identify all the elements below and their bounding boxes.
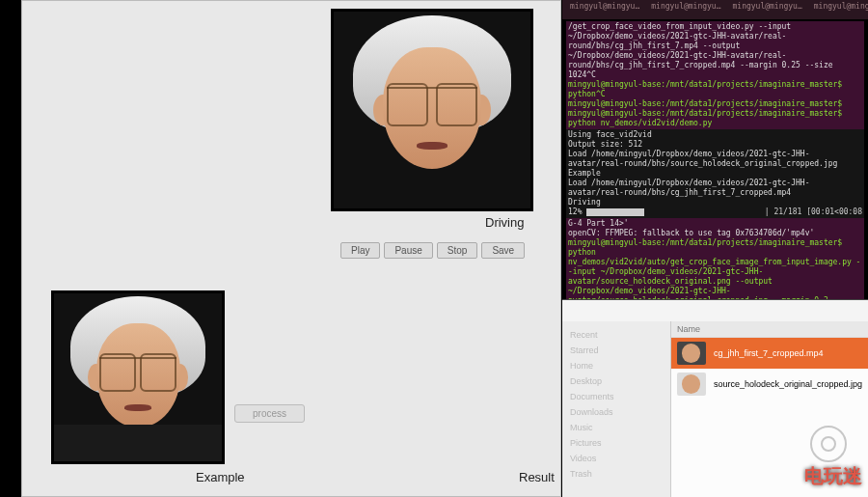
terminal-tab[interactable]: mingyul@mingyu… [570,2,639,17]
example-face-photo [54,293,222,461]
watermark-logo-icon [810,426,847,462]
sidebar-item[interactable]: Downloads [570,404,663,420]
driving-face-render [334,12,530,208]
process-button[interactable]: process [234,404,305,423]
terminal-tab[interactable]: mingyul@mingyu… [814,2,868,17]
sidebar-item[interactable]: Trash [570,466,663,482]
column-header-name[interactable]: Name [671,321,868,338]
result-label: Result [519,470,555,484]
file-row[interactable]: cg_jhh_first_7_cropped.mp4 [671,338,868,369]
vid2vid-app-window: Driving Play Pause Stop Save Example pro… [21,0,561,497]
sidebar-item[interactable]: Documents [570,389,663,404]
terminal-tab[interactable]: mingyul@mingyu… [651,2,720,17]
image-thumbnail-icon [677,373,706,396]
sidebar-item[interactable]: Pictures [570,435,663,451]
driving-label: Driving [485,215,524,230]
progress-percent: 12% [568,207,582,216]
terminal-window[interactable]: mingyul@mingyu… mingyul@mingyu… mingyul@… [562,0,868,299]
stop-button[interactable]: Stop [437,242,478,259]
progress-bar [586,208,644,216]
play-button[interactable]: Play [340,242,380,259]
driving-frame [331,9,533,211]
watermark-text: 电玩迷 [804,463,862,489]
example-label: Example [196,470,245,484]
sidebar-item[interactable]: Desktop [570,373,663,389]
file-manager-sidebar: Recent Starred Home Desktop Documents Do… [562,321,671,497]
file-row[interactable]: source_holodeck_original_cropped.jpg [671,369,868,400]
playback-toolbar: Play Pause Stop Save [340,242,525,259]
file-name: source_holodeck_original_cropped.jpg [714,379,862,389]
file-name: cg_jhh_first_7_cropped.mp4 [714,348,824,358]
sidebar-item[interactable]: Music [570,420,663,435]
sidebar-item[interactable]: Videos [570,451,663,466]
terminal-output: /get_crop_face_video_from_input_video.py… [566,21,864,129]
pause-button[interactable]: Pause [384,242,432,259]
terminal-tabs: mingyul@mingyu… mingyul@mingyu… mingyul@… [562,0,868,19]
sidebar-item[interactable]: Starred [570,343,663,358]
save-button[interactable]: Save [481,242,525,259]
video-thumbnail-icon [677,342,706,365]
progress-status: | 21/181 [00:01<00:08 [765,207,862,217]
sidebar-item[interactable]: Recent [570,327,663,343]
terminal-output: Using face_vid2vid Output size: 512 Load… [566,129,864,218]
sidebar-item[interactable]: Home [570,358,663,373]
terminal-tab[interactable]: mingyul@mingyu… [733,2,802,17]
example-frame [51,290,225,464]
